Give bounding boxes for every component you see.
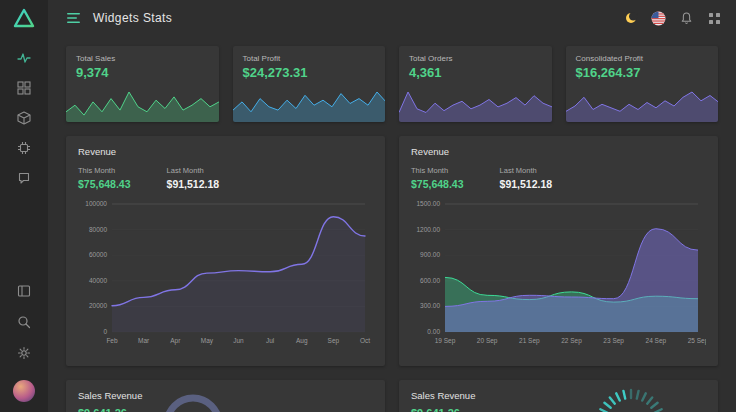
svg-text:May: May [201, 337, 214, 345]
svg-text:Mar: Mar [138, 337, 150, 344]
content: Total Sales 9,374 Total Profit $24,273.3… [48, 36, 736, 412]
revenue-line-chart: 020000400006000080000100000FebMarAprMayJ… [78, 196, 373, 346]
main-area: Widgets Stats [48, 0, 736, 412]
stat-card-total-profit: Total Profit $24,273.31 [233, 46, 386, 122]
svg-text:Sep: Sep [328, 337, 340, 345]
gauge-chart [591, 382, 671, 412]
revenue-summary: This Month $75,648.43 Last Month $91,512… [78, 166, 373, 190]
svg-text:Oct: Oct [360, 337, 370, 344]
svg-text:900.00: 900.00 [420, 251, 440, 258]
svg-text:Apr: Apr [170, 337, 181, 345]
stat-card-total-orders: Total Orders 4,361 [399, 46, 552, 122]
donut-chart [161, 390, 225, 412]
gear-icon[interactable] [16, 345, 32, 361]
page-title: Widgets Stats [93, 11, 172, 25]
sparkline-chart [233, 88, 386, 122]
svg-text:20 Sep: 20 Sep [477, 337, 498, 345]
svg-text:24 Sep: 24 Sep [646, 337, 667, 345]
sales-revenue-donut-card: Sales Revenue $9,641.26 [66, 380, 385, 412]
revenue-area-card: Revenue This Month $75,648.43 Last Month… [399, 136, 718, 366]
svg-text:1200.00: 1200.00 [417, 226, 441, 233]
last-month-block: Last Month $91,512.18 [500, 166, 553, 190]
last-month-label: Last Month [500, 166, 553, 175]
chat-icon[interactable] [16, 170, 32, 186]
stat-value: $16,264.37 [566, 63, 719, 80]
svg-text:Aug: Aug [296, 337, 308, 345]
layout-icon[interactable] [16, 283, 32, 299]
svg-text:23 Sep: 23 Sep [603, 337, 624, 345]
svg-text:21 Sep: 21 Sep [519, 337, 540, 345]
svg-text:300.00: 300.00 [420, 302, 440, 309]
svg-text:19 Sep: 19 Sep [435, 337, 456, 345]
last-month-value: $91,512.18 [167, 178, 220, 190]
sparkline-chart [66, 88, 219, 122]
moon-icon[interactable] [623, 11, 638, 26]
card-title: Revenue [411, 146, 706, 157]
last-month-block: Last Month $91,512.18 [167, 166, 220, 190]
svg-text:1500.00: 1500.00 [417, 200, 441, 207]
box-icon[interactable] [16, 110, 32, 126]
stat-card-total-sales: Total Sales 9,374 [66, 46, 219, 122]
sidebar-nav-bottom [13, 283, 35, 402]
stat-value: $24,273.31 [233, 63, 386, 80]
activity-icon[interactable] [16, 50, 32, 66]
svg-text:0: 0 [103, 328, 107, 335]
stat-card-consolidated-profit: Consolidated Profit $16,264.37 [566, 46, 719, 122]
bell-icon[interactable] [679, 11, 694, 26]
logo-triangle-icon [13, 8, 35, 28]
top-bar: Widgets Stats [48, 0, 736, 36]
svg-text:60000: 60000 [89, 251, 107, 258]
user-avatar[interactable] [13, 380, 35, 402]
stat-label: Consolidated Profit [566, 46, 719, 63]
stat-label: Total Sales [66, 46, 219, 63]
revenue-line-card: Revenue This Month $75,648.43 Last Month… [66, 136, 385, 366]
stat-label: Total Profit [233, 46, 386, 63]
stat-value: 4,361 [399, 63, 552, 80]
this-month-label: This Month [411, 166, 464, 175]
this-month-label: This Month [78, 166, 131, 175]
svg-text:25 Sep: 25 Sep [688, 337, 706, 345]
svg-text:Feb: Feb [106, 337, 118, 344]
stat-label: Total Orders [399, 46, 552, 63]
this-month-block: This Month $75,648.43 [78, 166, 131, 190]
svg-text:Jun: Jun [233, 337, 244, 344]
us-flag-icon[interactable] [651, 11, 666, 26]
search-icon[interactable] [16, 314, 32, 330]
app-logo[interactable] [13, 8, 35, 28]
last-month-value: $91,512.18 [500, 178, 553, 190]
card-title: Sales Revenue [78, 390, 373, 401]
revenue-row: Revenue This Month $75,648.43 Last Month… [66, 136, 718, 366]
sales-row: Sales Revenue $9,641.26 Sales Revenue $9… [66, 380, 718, 412]
this-month-block: This Month $75,648.43 [411, 166, 464, 190]
sparkline-chart [566, 88, 719, 122]
sales-value: $9,641.26 [78, 407, 373, 412]
header-actions [623, 11, 722, 26]
svg-text:600.00: 600.00 [420, 277, 440, 284]
svg-text:Jul: Jul [266, 337, 275, 344]
svg-text:40000: 40000 [89, 277, 107, 284]
this-month-value: $75,648.43 [411, 178, 464, 190]
svg-text:80000: 80000 [89, 226, 107, 233]
sparkline-chart [399, 88, 552, 122]
stat-value: 9,374 [66, 63, 219, 80]
apps-grid-icon[interactable] [707, 11, 722, 26]
menu-icon[interactable] [66, 11, 81, 26]
revenue-summary: This Month $75,648.43 Last Month $91,512… [411, 166, 706, 190]
svg-text:0.00: 0.00 [427, 328, 440, 335]
card-title: Revenue [78, 146, 373, 157]
grid-icon[interactable] [16, 80, 32, 96]
chip-icon[interactable] [16, 140, 32, 156]
svg-text:100000: 100000 [85, 200, 107, 207]
sales-revenue-gauge-card: Sales Revenue $9,641.26 [399, 380, 718, 412]
this-month-value: $75,648.43 [78, 178, 131, 190]
sidebar [0, 0, 48, 412]
last-month-label: Last Month [167, 166, 220, 175]
stats-row: Total Sales 9,374 Total Profit $24,273.3… [66, 46, 718, 122]
svg-text:22 Sep: 22 Sep [561, 337, 582, 345]
revenue-area-chart: 0.00300.00600.00900.001200.001500.0019 S… [411, 196, 706, 346]
app-window: Widgets Stats [0, 0, 736, 412]
sidebar-nav-top [16, 50, 32, 186]
svg-text:20000: 20000 [89, 302, 107, 309]
